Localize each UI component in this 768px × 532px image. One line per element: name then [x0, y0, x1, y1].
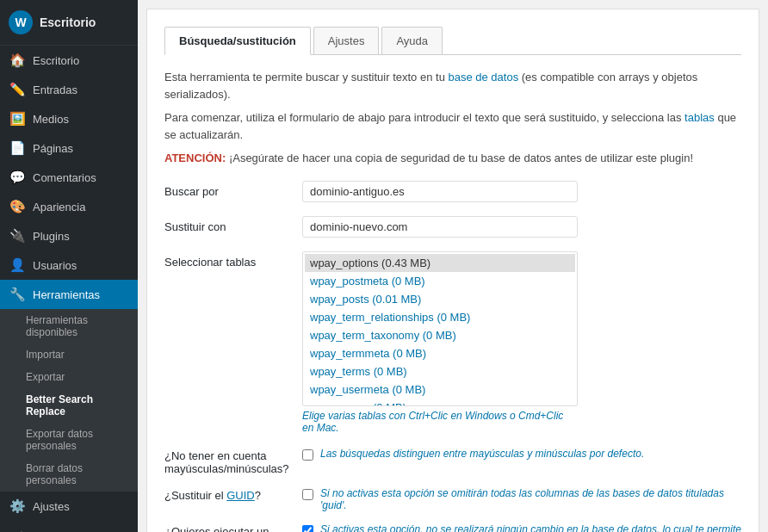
sidebar-item-cerrar-menu[interactable]: ◀ Cerrar menú [0, 521, 138, 532]
sub-borrar-datos[interactable]: Borrar datos personales [0, 457, 138, 492]
plugin-icon: 🔌 [9, 228, 26, 244]
sub-herramientas-disponibles[interactable]: Herramientas disponibles [0, 309, 138, 343]
tab-ajustes[interactable]: Ajustes [313, 27, 380, 54]
search-row: Buscar por [164, 181, 741, 202]
dry-run-desc: Si activas esta opción, no se realizará … [320, 523, 741, 533]
search-label: Buscar por [164, 181, 302, 198]
guid-desc: Si no activas esta opción se omitirán to… [320, 487, 741, 511]
sub-exportar[interactable]: Exportar [0, 366, 138, 388]
tab-bar: Búsqueda/sustitución Ajustes Ayuda [164, 27, 741, 55]
tools-icon: 🔧 [9, 287, 26, 302]
tables-label: Seleccionar tablas [164, 251, 302, 269]
home-icon: 🏠 [9, 53, 26, 68]
plugin-panel: Búsqueda/sustitución Ajustes Ayuda Esta … [146, 9, 759, 532]
sidebar-item-comentarios[interactable]: 💬 Comentarios [0, 163, 138, 192]
dry-run-label: ¿Quieres ejecutar un simulacro? [164, 523, 302, 533]
guid-label: ¿Sustituir el GUID? [164, 487, 302, 502]
collapse-icon: ◀ [9, 528, 26, 532]
page-icon: 📄 [9, 140, 26, 156]
replace-label: Sustituir con [164, 216, 302, 233]
dry-run-checkbox[interactable] [302, 525, 313, 533]
sidebar-item-ajustes[interactable]: ⚙️ Ajustes [0, 492, 138, 521]
replace-row: Sustituir con [164, 216, 741, 238]
sidebar-label-apariencia: Apariencia [33, 201, 85, 213]
edit-icon: ✏️ [9, 82, 26, 97]
sidebar: W Escritorio 🏠 Escritorio ✏️ Entradas 🖼️… [0, 0, 138, 532]
sidebar-item-paginas[interactable]: 📄 Páginas [0, 133, 138, 163]
sidebar-item-escritorio[interactable]: 🏠 Escritorio [0, 46, 138, 75]
sidebar-item-herramientas[interactable]: 🔧 Herramientas [0, 280, 138, 309]
case-sensitive-desc: Las búsquedas distinguen entre mayúscula… [320, 448, 644, 460]
sidebar-item-apariencia[interactable]: 🎨 Apariencia [0, 192, 138, 221]
warning-text: ¡Asegúrate de hacer una copia de segurid… [229, 152, 693, 164]
sidebar-label-medios: Medios [33, 113, 69, 126]
main-content: Búsqueda/sustitución Ajustes Ayuda Esta … [138, 0, 768, 532]
table-select-wrap: wpay_options (0.43 MB) wpay_postmeta (0 … [302, 251, 578, 434]
sidebar-item-plugins[interactable]: 🔌 Plugins [0, 221, 138, 251]
warning-label: ATENCIÓN: [164, 152, 229, 164]
replace-input[interactable] [302, 216, 578, 238]
sidebar-label-usuarios: Usuarios [33, 259, 77, 272]
sub-importar[interactable]: Importar [0, 343, 138, 366]
sidebar-label-entradas: Entradas [33, 84, 77, 96]
sidebar-logo-text: Escritorio [40, 15, 96, 29]
wp-logo-icon: W [9, 10, 33, 34]
dry-run-row: ¿Quieres ejecutar un simulacro? Si activ… [164, 523, 741, 533]
table-hint: Elige varias tablas con Ctrl+Clic en Win… [302, 410, 578, 434]
sidebar-label-escritorio: Escritorio [33, 54, 79, 67]
herramientas-submenu: Herramientas disponibles Importar Export… [0, 309, 138, 492]
tab-busqueda-sustitucion[interactable]: Búsqueda/sustitución [164, 27, 311, 55]
sidebar-item-medios[interactable]: 🖼️ Medios [0, 104, 138, 133]
guid-right: Si no activas esta opción se omitirán to… [302, 487, 741, 511]
tables-row: Seleccionar tablas wpay_options (0.43 MB… [164, 251, 741, 434]
sidebar-label-plugins: Plugins [33, 230, 70, 243]
sidebar-label-ajustes: Ajustes [33, 500, 70, 513]
sidebar-label-cerrar: Cerrar menú [33, 529, 96, 533]
sidebar-label-paginas: Páginas [33, 142, 73, 155]
sidebar-label-comentarios: Comentarios [33, 171, 96, 184]
tables-listbox[interactable]: wpay_options (0.43 MB) wpay_postmeta (0 … [302, 251, 578, 406]
media-icon: 🖼️ [9, 111, 26, 127]
tab-ayuda[interactable]: Ayuda [381, 27, 443, 54]
case-sensitive-row: ¿No tener en cuenta mayúsculas/minúscula… [164, 448, 741, 475]
desc-warning: ATENCIÓN: ¡Asegúrate de hacer una copia … [164, 150, 741, 167]
search-input[interactable] [302, 181, 578, 202]
dry-run-right: Si activas esta opción, no se realizará … [302, 523, 741, 533]
sidebar-label-herramientas: Herramientas [33, 288, 100, 301]
sidebar-logo[interactable]: W Escritorio [0, 0, 138, 46]
sidebar-item-usuarios[interactable]: 👤 Usuarios [0, 251, 138, 280]
settings-icon: ⚙️ [9, 498, 26, 514]
case-sensitive-label: ¿No tener en cuenta mayúsculas/minúscula… [164, 448, 302, 475]
case-sensitive-right: Las búsquedas distinguen entre mayúscula… [302, 448, 741, 461]
guid-link[interactable]: GUID [226, 489, 255, 502]
case-sensitive-checkbox[interactable] [302, 449, 313, 461]
sub-exportar-datos[interactable]: Exportar datos personales [0, 423, 138, 457]
desc-line2: Para comenzar, utiliza el formulario de … [164, 109, 741, 143]
desc-line1: Esta herramienta te permite buscar y sus… [164, 69, 741, 102]
sub-better-search-replace[interactable]: Better Search Replace [0, 388, 138, 423]
appearance-icon: 🎨 [9, 199, 26, 214]
sidebar-item-entradas[interactable]: ✏️ Entradas [0, 75, 138, 104]
guid-checkbox[interactable] [302, 489, 313, 500]
comment-icon: 💬 [9, 170, 26, 185]
user-icon: 👤 [9, 257, 26, 273]
guid-row: ¿Sustituir el GUID? Si no activas esta o… [164, 487, 741, 511]
